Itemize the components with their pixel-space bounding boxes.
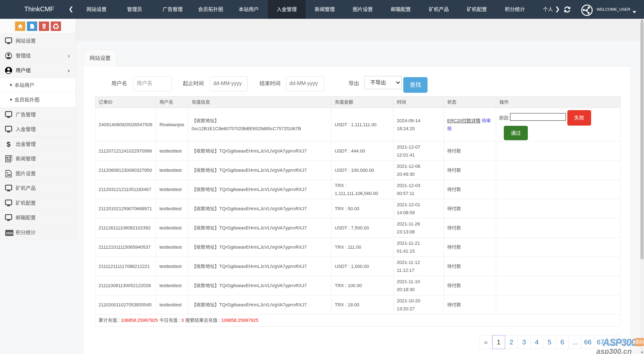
svg-text:VISA: VISA <box>6 232 13 235</box>
